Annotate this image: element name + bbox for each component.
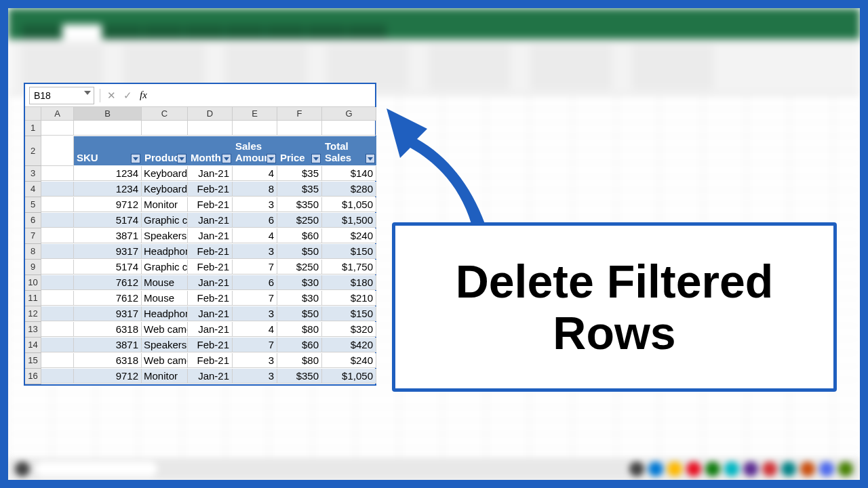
cell-product[interactable]: Mouse	[142, 291, 188, 306]
cell-sku[interactable]: 1234	[74, 182, 142, 197]
cell-price[interactable]: $35	[277, 166, 322, 181]
cell-product[interactable]: Headphones	[142, 244, 188, 259]
cell-total[interactable]: $210	[322, 291, 376, 306]
table-header-price[interactable]: Price	[277, 136, 322, 166]
cell-total[interactable]: $420	[322, 338, 376, 352]
filter-icon[interactable]	[177, 154, 186, 163]
cell-month[interactable]: Feb-21	[188, 260, 233, 274]
row-header[interactable]: 13	[25, 322, 41, 338]
cell-month[interactable]: Jan-21	[188, 166, 233, 181]
cell-total[interactable]: $1,750	[322, 260, 376, 274]
cell-amount[interactable]: 4	[233, 322, 277, 337]
cell-price[interactable]: $80	[277, 353, 322, 368]
cell-sku[interactable]: 3871	[74, 228, 142, 243]
table-header-sales-amount[interactable]: Sales Amount	[233, 136, 277, 166]
name-box[interactable]: B18	[29, 87, 94, 104]
row-header[interactable]: 8	[25, 244, 41, 260]
cell-month[interactable]: Jan-21	[188, 306, 233, 321]
cell-product[interactable]: Speakers	[142, 338, 188, 352]
cell-amount[interactable]: 7	[233, 291, 277, 306]
cell-total[interactable]: $240	[322, 228, 376, 243]
row-header[interactable]: 12	[25, 306, 41, 322]
row-header[interactable]: 10	[25, 275, 41, 291]
row-header[interactable]: 15	[25, 353, 41, 369]
cell-price[interactable]: $80	[277, 322, 322, 337]
cell[interactable]	[41, 182, 74, 197]
cell-sku[interactable]: 1234	[74, 166, 142, 181]
column-header[interactable]: B	[74, 107, 142, 121]
cell-product[interactable]: Headphones	[142, 306, 188, 321]
cell[interactable]	[41, 369, 74, 384]
filter-icon[interactable]	[311, 154, 321, 163]
table-header-sku[interactable]: SKU	[74, 136, 142, 166]
row-header[interactable]: 3	[25, 166, 41, 182]
cell-month[interactable]: Feb-21	[188, 244, 233, 259]
cell-amount[interactable]: 3	[233, 369, 277, 384]
cell-price[interactable]: $60	[277, 338, 322, 352]
cell-product[interactable]: Keyboard	[142, 182, 188, 197]
row-header[interactable]: 7	[25, 228, 41, 244]
cell-sku[interactable]: 7612	[74, 291, 142, 306]
cell-month[interactable]: Feb-21	[188, 338, 233, 352]
row-header[interactable]: 1	[25, 121, 41, 136]
cell-total[interactable]: $1,050	[322, 369, 376, 384]
cell-amount[interactable]: 3	[233, 197, 277, 212]
cell-amount[interactable]: 8	[233, 182, 277, 197]
cell[interactable]	[74, 121, 142, 136]
cell-amount[interactable]: 3	[233, 353, 277, 368]
cell-product[interactable]: Graphic card	[142, 213, 188, 228]
cell-price[interactable]: $350	[277, 369, 322, 384]
cell-product[interactable]: Web camera	[142, 353, 188, 368]
fx-icon[interactable]: fx	[140, 89, 147, 101]
cell[interactable]	[41, 166, 74, 181]
cell-month[interactable]: Feb-21	[188, 182, 233, 197]
row-header[interactable]: 9	[25, 260, 41, 275]
cell-sku[interactable]: 6318	[74, 353, 142, 368]
cell-sku[interactable]: 9712	[74, 197, 142, 212]
cell-amount[interactable]: 6	[233, 213, 277, 228]
cell-product[interactable]: Monitor	[142, 369, 188, 384]
table-header-month[interactable]: Month	[188, 136, 233, 166]
cell-month[interactable]: Jan-21	[188, 322, 233, 337]
cell-total[interactable]: $180	[322, 275, 376, 290]
cell[interactable]	[41, 244, 74, 259]
column-header[interactable]: E	[233, 107, 277, 121]
row-header[interactable]: 14	[25, 338, 41, 353]
cell-sku[interactable]: 9317	[74, 244, 142, 259]
column-header[interactable]: A	[41, 107, 74, 121]
cell[interactable]	[233, 121, 277, 136]
cell-month[interactable]: Feb-21	[188, 291, 233, 306]
cell-sku[interactable]: 3871	[74, 338, 142, 352]
cell[interactable]	[41, 306, 74, 321]
cell-product[interactable]: Keyboard	[142, 166, 188, 181]
cell-total[interactable]: $150	[322, 306, 376, 321]
enter-icon[interactable]: ✓	[119, 89, 136, 102]
cell-price[interactable]: $250	[277, 213, 322, 228]
cell[interactable]	[41, 338, 74, 352]
cell-amount[interactable]: 7	[233, 260, 277, 274]
cell[interactable]	[188, 121, 233, 136]
worksheet-grid[interactable]: ABCDEFG12SKUProductMonthSales AmountPric…	[25, 107, 375, 384]
cell[interactable]	[41, 197, 74, 212]
cell-sku[interactable]: 9317	[74, 306, 142, 321]
cell-amount[interactable]: 7	[233, 338, 277, 352]
cell-product[interactable]: Monitor	[142, 197, 188, 212]
cell[interactable]	[41, 260, 74, 274]
row-header[interactable]: 6	[25, 213, 41, 228]
column-header[interactable]: C	[142, 107, 188, 121]
cell-product[interactable]: Speakers	[142, 228, 188, 243]
cell-total[interactable]: $320	[322, 322, 376, 337]
formula-input[interactable]	[151, 88, 375, 103]
cell-sku[interactable]: 5174	[74, 213, 142, 228]
cell-price[interactable]: $350	[277, 197, 322, 212]
cell[interactable]	[41, 121, 74, 136]
cell-price[interactable]: $50	[277, 306, 322, 321]
cell-product[interactable]: Graphic card	[142, 260, 188, 274]
cell-price[interactable]: $30	[277, 275, 322, 290]
row-header[interactable]: 5	[25, 197, 41, 213]
row-header[interactable]: 11	[25, 291, 41, 306]
cell-amount[interactable]: 4	[233, 228, 277, 243]
cell-month[interactable]: Feb-21	[188, 353, 233, 368]
filter-icon[interactable]	[222, 154, 231, 163]
cell-sku[interactable]: 5174	[74, 260, 142, 274]
